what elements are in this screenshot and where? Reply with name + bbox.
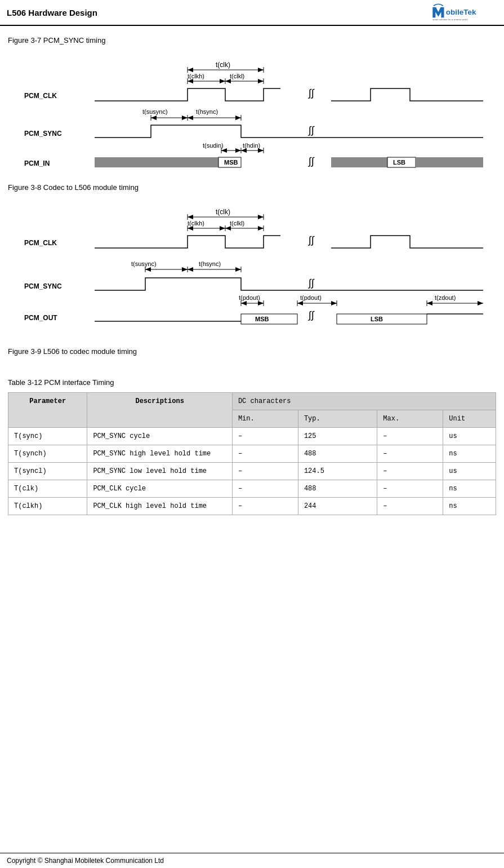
page-header: L506 Hardware Design obileTek smart solu… <box>0 0 504 26</box>
svg-text:∫∫: ∫∫ <box>307 277 315 289</box>
svg-marker-65 <box>220 226 225 231</box>
max-cell: – <box>377 445 443 463</box>
svg-marker-59 <box>258 215 264 219</box>
svg-text:t(clkh): t(clkh) <box>188 73 204 79</box>
svg-text:PCM_CLK: PCM_CLK <box>24 92 57 100</box>
unit-cell: ns <box>443 480 496 498</box>
col-header-desc: Descriptions <box>87 393 232 428</box>
svg-marker-7 <box>188 68 193 72</box>
max-cell: – <box>377 480 443 498</box>
param-cell: T(synch) <box>8 445 87 463</box>
svg-marker-64 <box>188 226 193 231</box>
svg-marker-8 <box>258 68 264 72</box>
svg-marker-12 <box>188 79 193 83</box>
col-header-max: Max. <box>377 410 443 428</box>
col-header-dc: DC characters <box>232 393 496 410</box>
figure-3-8-label: Figure 3-8 Codec to L506 module timing <box>8 183 496 192</box>
svg-text:t(zdout): t(zdout) <box>435 294 456 301</box>
pcm-timing-table: Parameter Descriptions DC characters Min… <box>8 392 496 515</box>
param-cell: T(clkh) <box>8 498 87 515</box>
svg-text:t(pdout): t(pdout) <box>239 294 260 301</box>
typ-cell: 124.5 <box>298 463 377 480</box>
svg-text:t(clk): t(clk) <box>216 208 230 216</box>
min-cell: – <box>232 445 298 463</box>
svg-text:t(clkh): t(clkh) <box>188 220 204 227</box>
min-cell: – <box>232 480 298 498</box>
svg-text:∫∫: ∫∫ <box>307 156 315 167</box>
svg-marker-31 <box>235 116 241 120</box>
svg-marker-97 <box>297 301 303 305</box>
svg-text:LSB: LSB <box>393 159 405 166</box>
svg-text:t(susync): t(susync) <box>131 260 157 267</box>
col-header-typ: Typ. <box>298 410 377 428</box>
svg-text:LSB: LSB <box>371 316 383 322</box>
table-row: T(clkh)PCM_CLK high level hold time–244–… <box>8 498 496 515</box>
max-cell: – <box>377 463 443 480</box>
table-row: T(sync)PCM_SYNC cycle–125–us <box>8 428 496 445</box>
svg-text:obileTek: obileTek <box>446 8 476 16</box>
desc-cell: PCM_SYNC low level hold time <box>87 463 232 480</box>
unit-cell: us <box>443 463 496 480</box>
unit-cell: ns <box>443 445 496 463</box>
min-cell: – <box>232 463 298 480</box>
svg-text:PCM_SYNC: PCM_SYNC <box>24 130 62 138</box>
max-cell: – <box>377 498 443 515</box>
desc-cell: PCM_CLK cycle <box>87 480 232 498</box>
typ-cell: 488 <box>298 480 377 498</box>
svg-marker-18 <box>258 79 264 83</box>
svg-text:MSB: MSB <box>255 316 269 322</box>
svg-text:smart solution for a smarter w: smart solution for a smarter world <box>432 18 468 21</box>
svg-text:∫∫: ∫∫ <box>307 87 315 99</box>
table-row: T(synch)PCM_SYNC high level hold time–48… <box>8 445 496 463</box>
svg-text:∫∫: ∫∫ <box>307 234 315 246</box>
svg-text:t(hsync): t(hsync) <box>196 108 218 115</box>
codec-to-l506-timing-svg: t(clk) t(clkh) t(clkl) PCM_CLK ∫∫ <box>21 197 483 338</box>
typ-cell: 488 <box>298 445 377 463</box>
table-3-12-title: Table 3-12 PCM interface Timing <box>8 378 496 387</box>
figure-3-7-diagram: t(clk) t(clkh) t(clkl) PCM_CLK ∫∫ <box>8 50 496 174</box>
svg-text:t(susync): t(susync) <box>142 108 168 115</box>
page-title: L506 Hardware Design <box>7 8 97 17</box>
svg-text:t(hsync): t(hsync) <box>199 260 221 267</box>
svg-marker-69 <box>225 226 231 231</box>
min-cell: – <box>232 498 298 515</box>
svg-text:PCM_OUT: PCM_OUT <box>24 314 57 322</box>
svg-rect-54 <box>416 157 483 167</box>
svg-marker-39 <box>235 148 241 153</box>
svg-text:PCM_IN: PCM_IN <box>24 160 50 167</box>
svg-marker-83 <box>182 267 188 272</box>
col-header-min: Min. <box>232 410 298 428</box>
svg-marker-43 <box>241 148 247 153</box>
svg-text:MSB: MSB <box>224 159 238 166</box>
svg-marker-70 <box>258 226 264 231</box>
mobiletek-logo: obileTek smart solution for a smarter wo… <box>430 3 497 21</box>
table-row: T(clk)PCM_CLK cycle–488–ns <box>8 480 496 498</box>
svg-text:t(pdout): t(pdout) <box>300 294 322 301</box>
page-footer: Copyright © Shanghai Mobiletek Communica… <box>0 853 504 868</box>
svg-marker-17 <box>225 79 231 83</box>
svg-marker-98 <box>331 301 337 305</box>
svg-text:t(clk): t(clk) <box>216 61 230 69</box>
min-cell: – <box>232 428 298 445</box>
svg-marker-92 <box>258 301 264 305</box>
svg-rect-47 <box>95 157 218 167</box>
desc-cell: PCM_CLK high level hold time <box>87 498 232 515</box>
svg-marker-38 <box>221 148 227 153</box>
unit-cell: ns <box>443 498 496 515</box>
typ-cell: 125 <box>298 428 377 445</box>
unit-cell: us <box>443 428 496 445</box>
param-cell: T(sync) <box>8 428 87 445</box>
param-cell: T(syncl) <box>8 463 87 480</box>
svg-rect-105 <box>241 314 297 324</box>
col-header-unit: Unit <box>443 410 496 428</box>
col-header-param: Parameter <box>8 393 87 428</box>
figure-3-8-diagram: t(clk) t(clkh) t(clkl) PCM_CLK ∫∫ <box>8 197 496 338</box>
desc-cell: PCM_SYNC high level hold time <box>87 445 232 463</box>
svg-marker-103 <box>478 301 483 305</box>
svg-marker-91 <box>241 301 247 305</box>
svg-marker-26 <box>182 116 188 120</box>
svg-marker-82 <box>145 267 151 272</box>
param-cell: T(clk) <box>8 480 87 498</box>
typ-cell: 244 <box>298 498 377 515</box>
figure-3-7-label: Figure 3-7 PCM_SYNC timing <box>8 36 496 45</box>
